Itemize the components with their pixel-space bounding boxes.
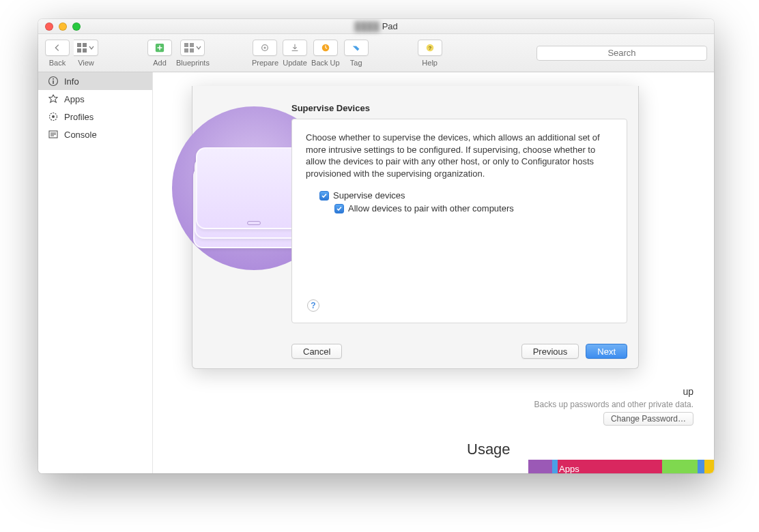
tag-icon (352, 43, 361, 53)
usage-apps-label: Apps (559, 464, 579, 473)
change-password-button[interactable]: Change Password… (603, 412, 693, 426)
console-icon (48, 129, 59, 140)
chevron-down-icon (89, 45, 94, 50)
svg-text:?: ? (428, 44, 431, 50)
checkbox-checked-icon (334, 204, 344, 213)
toolbar: Back View Add Blueprints (38, 34, 714, 72)
usage-bar (528, 460, 714, 473)
search-input[interactable] (536, 46, 707, 61)
profiles-icon (48, 111, 59, 122)
supervise-checkbox-row[interactable]: Supervise devices (319, 190, 613, 201)
sidebar-item-label: Apps (64, 94, 85, 104)
checkbox-checked-icon (319, 191, 329, 201)
sheet-box: Choose whether to supervise the devices,… (291, 119, 627, 323)
sidebar-item-label: Info (64, 76, 79, 87)
svg-rect-7 (53, 80, 54, 84)
sidebar-item-info[interactable]: Info (38, 72, 152, 90)
titlebar: ████ Pad (38, 19, 714, 34)
svg-point-8 (53, 78, 54, 80)
update-button[interactable] (283, 40, 307, 56)
help-group: ? Help (418, 40, 442, 67)
blueprints-group: Blueprints (176, 40, 210, 67)
plus-icon (155, 43, 164, 53)
sidebar-item-label: Console (64, 130, 97, 140)
view-grid-button[interactable] (74, 40, 98, 56)
help-icon: ? (425, 43, 435, 53)
back-group: Back (45, 40, 70, 67)
update-group: Update (283, 40, 307, 67)
sidebar-item-profiles[interactable]: Profiles (38, 108, 152, 125)
tag-button[interactable] (344, 40, 369, 56)
gear-icon (260, 43, 270, 53)
chevron-left-icon (53, 43, 62, 53)
cancel-button[interactable]: Cancel (291, 344, 342, 359)
sidebar-item-console[interactable]: Console (38, 125, 152, 143)
previous-button[interactable]: Previous (521, 344, 579, 359)
sidebar-item-label: Profiles (64, 112, 94, 122)
grid-icon (77, 43, 87, 53)
usage-segment (698, 460, 704, 473)
add-button[interactable] (147, 40, 172, 56)
add-group: Add (147, 40, 172, 67)
view-group: View (74, 40, 98, 67)
window-title: ████ Pad (38, 21, 714, 31)
usage-segment (662, 460, 698, 473)
search-wrap (536, 46, 707, 61)
next-button[interactable]: Next (586, 344, 627, 359)
info-icon (48, 76, 59, 87)
encrypt-backup-desc: Backs up passwords and other private dat… (534, 400, 693, 409)
sidebar-item-apps[interactable]: Apps (38, 90, 152, 108)
help-button[interactable]: ? (418, 40, 442, 56)
sheet-description: Choose whether to supervise the devices,… (306, 132, 613, 179)
backup-group: Back Up (311, 40, 340, 67)
usage-title: Usage (467, 441, 511, 458)
apps-icon (48, 93, 59, 104)
encrypt-backup-label: up (683, 386, 693, 397)
supervise-sheet: Supervise Devices Choose whether to supe… (192, 86, 639, 369)
usage-segment (552, 460, 558, 473)
back-button[interactable] (45, 40, 70, 56)
clock-icon (321, 43, 330, 53)
blueprints-button[interactable] (180, 40, 205, 56)
tag-group: Tag (344, 40, 369, 67)
change-password-wrap: Change Password… (603, 412, 693, 426)
prepare-button[interactable] (253, 40, 277, 56)
window: ████ Pad Back View Add (38, 19, 714, 473)
svg-point-10 (52, 115, 55, 118)
backup-button[interactable] (313, 40, 338, 56)
usage-segment (528, 460, 552, 473)
pair-checkbox-label: Allow devices to pair with other compute… (348, 203, 514, 213)
sidebar: Info Apps Profiles Console (38, 72, 153, 473)
blueprints-icon (184, 43, 194, 53)
svg-point-2 (264, 46, 266, 48)
prepare-group: Prepare (252, 40, 278, 67)
sheet-buttons: Cancel Previous Next (291, 344, 627, 359)
usage-segment (704, 460, 714, 473)
sheet-help-button[interactable]: ? (307, 299, 319, 312)
supervise-checkbox-label: Supervise devices (333, 190, 405, 201)
sheet-title: Supervise Devices (291, 103, 370, 113)
chevron-down-icon (196, 45, 201, 50)
download-icon (290, 43, 300, 53)
pair-checkbox-row[interactable]: Allow devices to pair with other compute… (334, 203, 613, 213)
